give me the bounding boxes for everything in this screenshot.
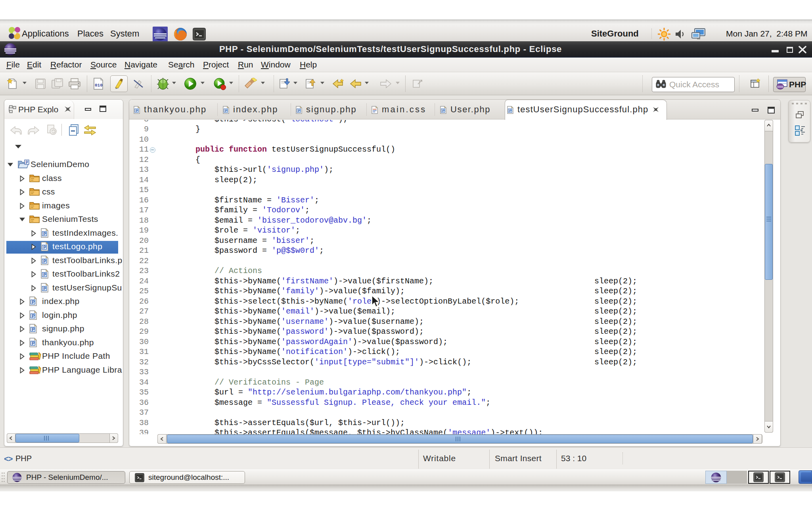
svg-text:010: 010	[95, 83, 103, 88]
svg-text:P: P	[32, 314, 34, 318]
svg-text:P: P	[43, 272, 46, 277]
svg-text:P: P	[298, 109, 300, 113]
svg-text:P: P	[43, 231, 46, 236]
svg-text:P: P	[32, 327, 34, 332]
svg-text:P: P	[32, 341, 34, 346]
svg-text:P: P	[136, 109, 138, 113]
svg-text:P: P	[32, 300, 34, 304]
svg-text:P: P	[225, 109, 227, 113]
svg-text:P: P	[43, 259, 46, 264]
svg-text:P: P	[509, 109, 511, 113]
svg-text:P: P	[26, 160, 29, 165]
svg-text:P: P	[43, 286, 46, 291]
svg-text:P: P	[442, 109, 444, 113]
svg-text:P: P	[43, 245, 46, 250]
